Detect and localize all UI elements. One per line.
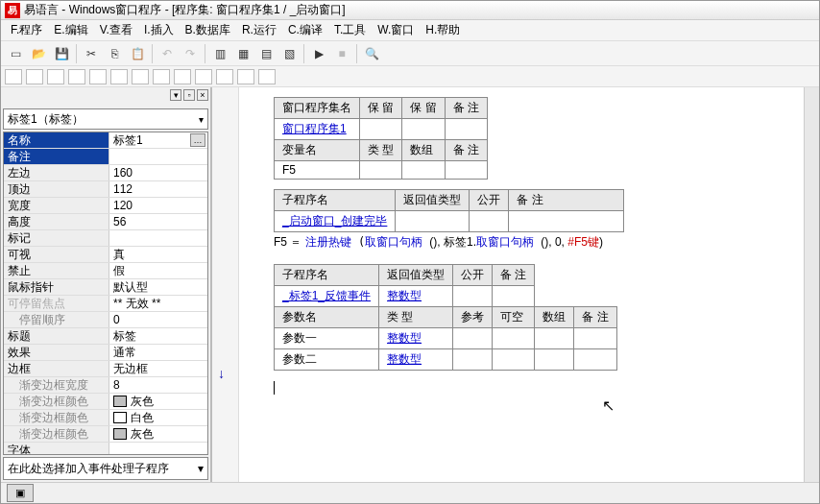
- align11-icon[interactable]: [216, 69, 233, 84]
- output-tab[interactable]: ▣: [7, 484, 34, 502]
- object-combo[interactable]: 标签1（标签） ▾: [3, 108, 208, 130]
- prop-value[interactable]: 56: [109, 214, 207, 229]
- sub1-link[interactable]: _启动窗口_创建完毕: [275, 211, 396, 232]
- menu-help[interactable]: H.帮助: [422, 20, 464, 40]
- menu-tools[interactable]: T.工具: [330, 20, 370, 40]
- prop-value[interactable]: 0: [109, 312, 207, 327]
- prop-label: 渐变边框宽度: [4, 377, 109, 393]
- panel2-icon[interactable]: ▦: [232, 43, 253, 64]
- run-icon[interactable]: ▶: [308, 43, 329, 64]
- property-grid[interactable]: 名称标签1…备注左边160顶边112宽度120高度56标记可视真禁止假鼠标指针默…: [3, 132, 208, 455]
- sub2-link[interactable]: _标签1_反馈事件: [275, 286, 379, 307]
- prop-label: 宽度: [4, 198, 109, 213]
- prop-row[interactable]: 渐变边框宽度8: [4, 377, 207, 394]
- prop-value[interactable]: 标签: [109, 328, 207, 344]
- prop-row[interactable]: 渐变边框颜色灰色: [4, 426, 207, 443]
- prop-value[interactable]: [109, 149, 207, 164]
- menu-insert[interactable]: I.插入: [140, 20, 178, 40]
- prop-row[interactable]: 可停留焦点** 无效 **: [4, 296, 207, 312]
- prop-row[interactable]: 标记: [4, 230, 207, 247]
- prop-label: 效果: [4, 345, 109, 360]
- panel4-icon[interactable]: ▧: [278, 43, 300, 64]
- vertical-scrollbar[interactable]: [804, 87, 819, 482]
- prop-row[interactable]: 效果通常: [4, 345, 207, 361]
- prop-row[interactable]: 渐变边框颜色白色: [4, 410, 207, 426]
- align3-icon[interactable]: [47, 69, 64, 84]
- prop-value[interactable]: [109, 230, 207, 246]
- prop-value[interactable]: 灰色: [109, 394, 207, 409]
- menu-bar: F.程序 E.编辑 V.查看 I.插入 B.数据库 R.运行 C.编译 T.工具…: [1, 20, 819, 41]
- prop-row[interactable]: 渐变边框颜色灰色: [4, 394, 207, 410]
- chevron-down-icon: ▾: [199, 114, 204, 125]
- prop-value[interactable]: 160: [109, 165, 207, 180]
- prop-row[interactable]: 高度56: [4, 214, 207, 230]
- event-combo[interactable]: 在此处选择加入事件处理子程序 ▾: [3, 457, 208, 480]
- save-icon[interactable]: 💾: [51, 43, 72, 64]
- prop-value[interactable]: 真: [109, 247, 207, 262]
- prop-value[interactable]: 白色: [109, 410, 207, 425]
- align8-icon[interactable]: [153, 69, 170, 84]
- align5-icon[interactable]: [89, 69, 107, 84]
- ellipsis-button[interactable]: …: [190, 133, 205, 147]
- prop-value[interactable]: 无边框: [109, 361, 207, 376]
- panel1-icon[interactable]: ▥: [209, 43, 230, 64]
- align7-icon[interactable]: [132, 69, 149, 84]
- cut-icon[interactable]: ✂: [81, 43, 102, 64]
- find-icon[interactable]: 🔍: [361, 43, 382, 64]
- menu-edit[interactable]: E.编辑: [50, 20, 91, 40]
- code-editor[interactable]: 窗口程序集名保 留保 留备 注 窗口程序集1 变量名类 型数组备 注 F5 子程…: [239, 87, 804, 482]
- code-line[interactable]: F5 ＝ 注册热键 (取窗口句柄 (), 标签1.取窗口句柄 (), 0, #F…: [274, 234, 796, 251]
- align1-icon[interactable]: [5, 69, 22, 84]
- prop-row[interactable]: 鼠标指针默认型: [4, 279, 207, 296]
- prop-label: 备注: [4, 149, 109, 164]
- panel3-icon[interactable]: ▤: [255, 43, 277, 64]
- prop-value[interactable]: 120: [109, 198, 207, 213]
- copy-icon[interactable]: ⎘: [104, 43, 125, 64]
- prop-row[interactable]: 边框无边框: [4, 361, 207, 377]
- prop-row[interactable]: 标题标签: [4, 328, 207, 345]
- prop-row[interactable]: 可视真: [4, 247, 207, 263]
- prop-value[interactable]: 灰色: [109, 426, 207, 442]
- menu-run[interactable]: R.运行: [238, 20, 280, 40]
- new-icon[interactable]: ▭: [5, 43, 26, 64]
- panel-float-icon[interactable]: ▫: [183, 89, 195, 101]
- prop-row[interactable]: 左边160: [4, 165, 207, 181]
- paste-icon[interactable]: 📋: [127, 43, 148, 64]
- align12-icon[interactable]: [237, 69, 254, 84]
- align2-icon[interactable]: [26, 69, 43, 84]
- prop-row[interactable]: 备注: [4, 149, 207, 165]
- menu-database[interactable]: B.数据库: [181, 20, 234, 40]
- prop-value[interactable]: 标签1…: [109, 132, 207, 148]
- menu-window[interactable]: W.窗口: [374, 20, 418, 40]
- prop-row[interactable]: 名称标签1…: [4, 132, 207, 149]
- module-link[interactable]: 窗口程序集1: [275, 119, 360, 140]
- prop-value[interactable]: 默认型: [109, 279, 207, 295]
- align10-icon[interactable]: [195, 69, 212, 84]
- menu-compile[interactable]: C.编译: [284, 20, 326, 40]
- prop-value[interactable]: 通常: [109, 345, 207, 360]
- prop-value[interactable]: 假: [109, 263, 207, 278]
- prop-value[interactable]: 8: [109, 377, 207, 393]
- align6-icon[interactable]: [110, 69, 128, 84]
- stop-icon[interactable]: ■: [331, 43, 352, 64]
- align9-icon[interactable]: [174, 69, 191, 84]
- panel-min-icon[interactable]: ▾: [170, 89, 181, 101]
- prop-row[interactable]: 禁止假: [4, 263, 207, 279]
- undo-icon[interactable]: ↶: [157, 43, 178, 64]
- prop-label: 可视: [4, 247, 109, 262]
- color-swatch: [113, 412, 127, 423]
- prop-value[interactable]: [109, 443, 207, 455]
- prop-row[interactable]: 字体: [4, 443, 207, 455]
- prop-value[interactable]: ** 无效 **: [109, 296, 207, 311]
- prop-value[interactable]: 112: [109, 181, 207, 197]
- menu-view[interactable]: V.查看: [96, 20, 136, 40]
- prop-row[interactable]: 宽度120: [4, 198, 207, 214]
- prop-row[interactable]: 顶边112: [4, 181, 207, 198]
- align4-icon[interactable]: [68, 69, 85, 84]
- open-icon[interactable]: 📂: [28, 43, 49, 64]
- redo-icon[interactable]: ↷: [180, 43, 201, 64]
- align13-icon[interactable]: [258, 69, 276, 84]
- menu-program[interactable]: F.程序: [7, 20, 46, 40]
- prop-row[interactable]: 停留顺序0: [4, 312, 207, 328]
- panel-close-icon[interactable]: ×: [197, 89, 208, 101]
